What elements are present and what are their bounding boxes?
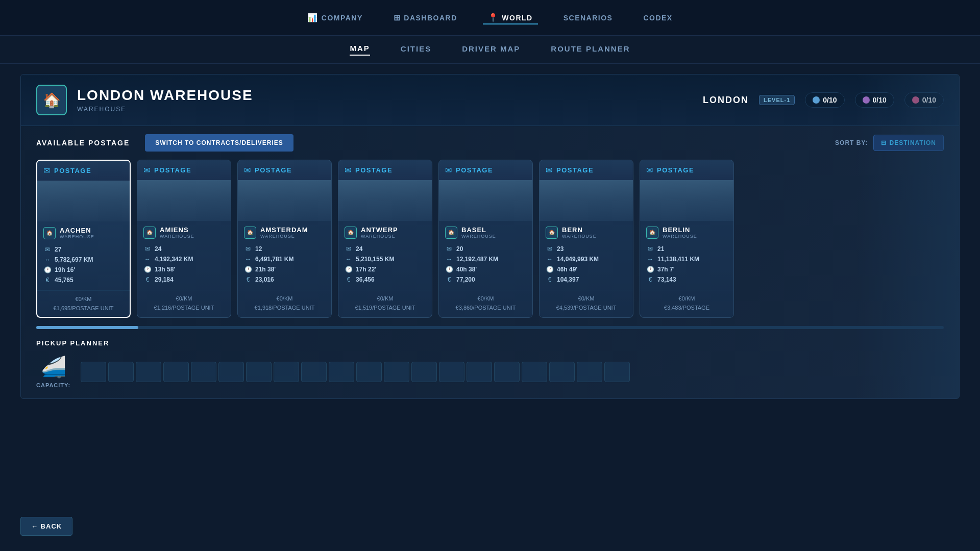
distance-icon: ↔ <box>43 256 52 263</box>
map-background <box>857 74 959 398</box>
subnav-cities[interactable]: CITIES <box>401 44 431 55</box>
stat-row-time: 🕐 19h 16' <box>43 265 124 275</box>
dest-name: BERN <box>562 226 597 234</box>
capacity-slot[interactable] <box>439 362 464 382</box>
stat-row-time: 🕐 17h 22' <box>345 264 426 274</box>
stat-row-distance: ↔ 12,192,487 KM <box>445 254 526 264</box>
back-button[interactable]: ← BACK <box>20 517 72 536</box>
capacity-slot[interactable] <box>274 362 299 382</box>
dest-icon: 🏠 <box>143 227 156 239</box>
rate-km: €0/KM <box>143 294 225 304</box>
stat-row-value: € 23,016 <box>244 274 325 285</box>
capacity-slot[interactable] <box>191 362 216 382</box>
stat-bubble-blue: 0/10 <box>805 92 844 108</box>
capacity-slot[interactable] <box>522 362 547 382</box>
postage-icon: ✉ <box>646 165 653 175</box>
card-image-inner <box>640 180 733 221</box>
capacity-slot[interactable] <box>384 362 409 382</box>
dest-info: AMSTERDAM WAREHOUSE <box>260 226 308 239</box>
rate-km: €0/KM <box>546 294 627 304</box>
blue-dot <box>813 96 820 104</box>
dest-sub: WAREHOUSE <box>663 234 697 239</box>
card-image <box>338 180 432 221</box>
distance-icon: ↔ <box>244 256 252 263</box>
postage-card[interactable]: ✉ POSTAGE 🏠 AACHEN WAREHOUSE ✉ 27 ↔ 5,78… <box>36 160 131 318</box>
card-value: 73,143 <box>657 276 676 283</box>
card-header: ✉ POSTAGE <box>439 160 532 180</box>
stat-row-distance: ↔ 5,782,697 KM <box>43 255 124 265</box>
postage-cards-container: ✉ POSTAGE 🏠 AACHEN WAREHOUSE ✉ 27 ↔ 5,78… <box>21 160 959 326</box>
currency-icon: € <box>445 276 453 283</box>
capacity-slot[interactable] <box>218 362 244 382</box>
card-destination: 🏠 AACHEN WAREHOUSE <box>37 221 130 242</box>
capacity-slot[interactable] <box>356 362 382 382</box>
subnav-driver-map[interactable]: DRIVER MAP <box>462 44 520 55</box>
stat-row-time: 🕐 40h 38' <box>445 264 526 274</box>
dest-info: ANTWERP WAREHOUSE <box>361 226 398 239</box>
subnav-map[interactable]: MAP <box>350 44 370 56</box>
subnav-route-planner[interactable]: ROUTE PLANNER <box>551 44 630 55</box>
nav-scenarios[interactable]: SCENARIOS <box>558 12 618 24</box>
rate-unit: €1,918/POSTAGE UNIT <box>244 304 325 313</box>
warehouse-icon: 🏠 <box>36 85 67 115</box>
nav-dashboard[interactable]: ⊞ DASHBOARD <box>388 11 462 24</box>
capacity-slot[interactable] <box>81 362 106 382</box>
distance-icon: ↔ <box>445 256 453 263</box>
distance-value: 14,049,993 KM <box>557 256 599 263</box>
capacity-slot[interactable] <box>467 362 492 382</box>
card-image <box>439 180 532 221</box>
dest-icon: 🏠 <box>244 227 256 239</box>
rate-unit: €1,216/POSTAGE UNIT <box>143 304 225 313</box>
scroll-indicator[interactable] <box>36 326 944 329</box>
card-header: ✉ POSTAGE <box>37 161 130 181</box>
stat-row-mail: ✉ 24 <box>143 244 225 254</box>
postage-card[interactable]: ✉ POSTAGE 🏠 BERN WAREHOUSE ✉ 23 ↔ 14,049… <box>539 160 633 318</box>
mail-icon: ✉ <box>546 245 554 253</box>
card-header-title: POSTAGE <box>154 166 191 174</box>
nav-company[interactable]: 📊 COMPANY <box>302 11 368 24</box>
card-image-inner <box>338 180 432 221</box>
capacity-slot[interactable] <box>549 362 575 382</box>
stat-row-mail: ✉ 21 <box>646 244 727 254</box>
warehouse-title-group: LONDON WAREHOUSE WAREHOUSE <box>77 87 253 113</box>
postage-card[interactable]: ✉ POSTAGE 🏠 BERLIN WAREHOUSE ✉ 21 ↔ 11,1… <box>640 160 734 318</box>
distance-value: 5,782,697 KM <box>55 256 93 263</box>
mail-count: 24 <box>356 245 362 253</box>
warehouse-info: 🏠 LONDON WAREHOUSE WAREHOUSE <box>36 85 253 115</box>
dest-info: AMIENS WAREHOUSE <box>160 226 194 239</box>
currency-icon: € <box>646 276 654 283</box>
capacity-slot[interactable] <box>604 362 630 382</box>
capacity-slot[interactable] <box>163 362 189 382</box>
dest-sub: WAREHOUSE <box>461 234 496 239</box>
postage-card[interactable]: ✉ POSTAGE 🏠 AMSTERDAM WAREHOUSE ✉ 12 ↔ 6… <box>237 160 332 318</box>
scroll-thumb <box>36 326 138 329</box>
card-value: 104,397 <box>557 276 579 283</box>
postage-header-left: AVAILABLE POSTAGE SWITCH TO CONTRACTS/DE… <box>36 134 293 152</box>
capacity-slot[interactable] <box>136 362 161 382</box>
switch-contracts-button[interactable]: SWITCH TO CONTRACTS/DELIVERIES <box>145 134 293 152</box>
stat-row-value: € 73,143 <box>646 274 727 285</box>
capacity-slot[interactable] <box>246 362 272 382</box>
capacity-slot[interactable] <box>494 362 520 382</box>
capacity-slot[interactable] <box>108 362 134 382</box>
dest-icon: 🏠 <box>445 227 457 239</box>
card-pricing: €0/KM €3,483/POSTAGE <box>640 290 733 316</box>
postage-card[interactable]: ✉ POSTAGE 🏠 ANTWERP WAREHOUSE ✉ 24 ↔ 5,2… <box>338 160 432 318</box>
card-image <box>640 180 733 221</box>
dest-sub: WAREHOUSE <box>160 234 194 239</box>
nav-codex[interactable]: CODEX <box>638 12 677 24</box>
card-stats: ✉ 20 ↔ 12,192,487 KM 🕐 40h 38' € 77,200 <box>439 242 532 287</box>
nav-world[interactable]: 📍 WORLD <box>483 11 538 24</box>
capacity-slot[interactable] <box>329 362 354 382</box>
postage-card[interactable]: ✉ POSTAGE 🏠 BASEL WAREHOUSE ✉ 20 ↔ 12,19… <box>438 160 533 318</box>
capacity-slot[interactable] <box>301 362 327 382</box>
postage-icon: ✉ <box>445 165 452 175</box>
dest-name: BASEL <box>461 226 496 234</box>
postage-card[interactable]: ✉ POSTAGE 🏠 AMIENS WAREHOUSE ✉ 24 ↔ 4,19… <box>137 160 231 318</box>
dest-sub: WAREHOUSE <box>260 234 308 239</box>
time-value: 19h 16' <box>55 266 75 273</box>
capacity-slot[interactable] <box>411 362 437 382</box>
capacity-slot[interactable] <box>577 362 602 382</box>
card-header: ✉ POSTAGE <box>540 160 633 180</box>
postage-section-header: AVAILABLE POSTAGE SWITCH TO CONTRACTS/DE… <box>21 126 959 160</box>
